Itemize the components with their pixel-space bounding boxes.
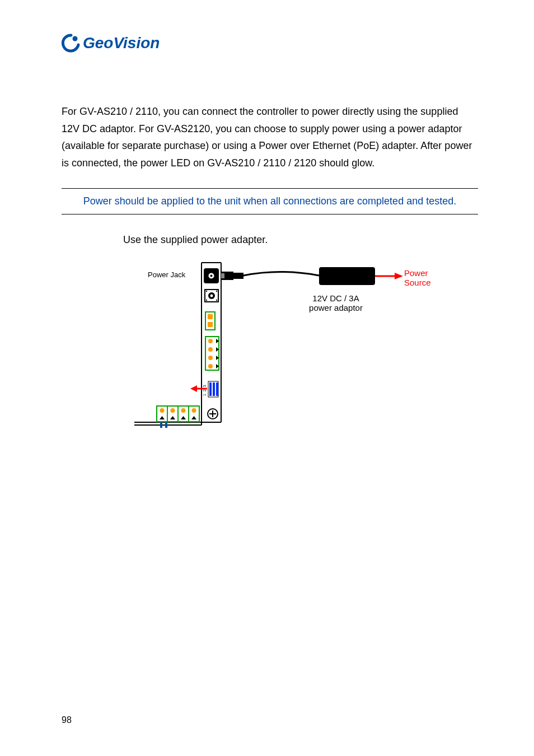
svg-point-19: [216, 291, 217, 292]
svg-marker-49: [160, 416, 165, 419]
dip-labels: 1 2 3: [203, 385, 207, 396]
svg-rect-12: [319, 267, 375, 285]
note-text: Power should be applied to the unit when…: [83, 195, 456, 207]
svg-marker-52: [191, 416, 196, 419]
svg-point-28: [208, 347, 213, 352]
svg-point-0: [73, 36, 78, 41]
svg-point-45: [160, 408, 165, 413]
svg-point-32: [208, 364, 213, 368]
svg-rect-53: [160, 422, 162, 428]
instruction-text: Use the supplied power adapter.: [123, 234, 478, 246]
svg-point-46: [171, 408, 175, 413]
svg-rect-24: [208, 322, 213, 327]
body-paragraph: For GV-AS210 / 2110, you can connect the…: [62, 103, 478, 171]
power-source-line2: Source: [404, 278, 431, 287]
svg-point-20: [206, 300, 207, 301]
svg-point-8: [210, 275, 213, 277]
power-jack-label: Power Jack: [148, 270, 185, 279]
svg-marker-51: [181, 416, 186, 419]
adaptor-label-line1: 12V DC / 3A: [302, 293, 369, 303]
geovision-mark-icon: [62, 34, 81, 53]
svg-point-26: [208, 339, 213, 343]
svg-rect-37: [209, 382, 212, 396]
svg-rect-11: [233, 273, 243, 279]
svg-point-21: [216, 300, 217, 301]
svg-point-47: [181, 408, 186, 413]
logo: GeoVision: [62, 34, 478, 53]
svg-point-30: [208, 356, 213, 360]
svg-rect-23: [208, 314, 213, 319]
svg-point-48: [192, 408, 196, 413]
svg-marker-50: [170, 416, 175, 419]
power-source-line1: Power: [404, 268, 431, 278]
svg-point-18: [206, 291, 207, 292]
svg-rect-54: [165, 422, 167, 428]
body-line2: 12V DC adaptor. For GV-AS2120, you can c…: [62, 120, 478, 138]
page-number: 98: [62, 715, 72, 725]
note-box: Power should be applied to the unit when…: [62, 188, 478, 214]
body-line4: is connected, the power LED on GV-AS210 …: [62, 155, 478, 172]
svg-rect-39: [216, 382, 218, 396]
power-diagram: Power Jack 12V DC / 3A power adaptor Pow…: [134, 251, 414, 442]
adaptor-label: 12V DC / 3A power adaptor: [302, 293, 369, 312]
body-line1: For GV-AS210 / 2110, you can connect the…: [62, 103, 478, 120]
logo-text: GeoVision: [83, 34, 160, 52]
body-line3: (available for separate purchase) or usi…: [62, 137, 478, 155]
svg-marker-35: [190, 385, 197, 392]
power-source-label: Power Source: [404, 268, 431, 287]
svg-rect-10: [221, 273, 224, 278]
svg-rect-38: [213, 382, 215, 396]
svg-point-17: [210, 295, 213, 297]
svg-marker-14: [395, 273, 403, 279]
adaptor-label-line2: power adaptor: [302, 303, 369, 312]
